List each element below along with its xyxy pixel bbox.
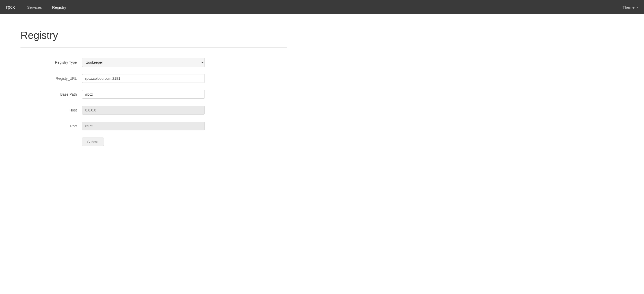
- host-label: Host: [36, 108, 77, 112]
- host-row: Host: [36, 106, 287, 115]
- theme-dropdown[interactable]: Theme ▾: [622, 5, 638, 9]
- registry-type-label: Registry Type: [36, 60, 77, 64]
- registry-type-row: Registry Type zookeeper etcd consul mdns: [36, 58, 287, 67]
- port-input[interactable]: [82, 122, 205, 130]
- nav-links: Services Registry: [23, 3, 622, 12]
- brand-logo[interactable]: rpcx: [6, 5, 15, 10]
- base-path-label: Base Path: [36, 92, 77, 96]
- theme-label: Theme: [622, 5, 635, 9]
- submit-row: Submit: [36, 138, 287, 146]
- host-input[interactable]: [82, 106, 205, 115]
- registry-type-select[interactable]: zookeeper etcd consul mdns: [82, 58, 205, 67]
- nav-registry[interactable]: Registry: [48, 3, 70, 12]
- registry-form: Registry Type zookeeper etcd consul mdns…: [36, 58, 287, 146]
- page-title: Registry: [20, 30, 287, 41]
- chevron-down-icon: ▾: [637, 6, 638, 9]
- registry-url-row: Registy_URL: [36, 74, 287, 83]
- registry-url-input[interactable]: [82, 74, 205, 83]
- main-content: Registry Registry Type zookeeper etcd co…: [0, 14, 307, 162]
- base-path-input[interactable]: [82, 90, 205, 99]
- base-path-row: Base Path: [36, 90, 287, 99]
- navbar: rpcx Services Registry Theme ▾: [0, 0, 644, 14]
- submit-button[interactable]: Submit: [82, 138, 104, 146]
- registry-url-label: Registy_URL: [36, 76, 77, 81]
- navbar-right: Theme ▾: [622, 5, 638, 9]
- port-row: Port: [36, 122, 287, 130]
- port-label: Port: [36, 124, 77, 128]
- page-divider: [20, 47, 287, 48]
- nav-services[interactable]: Services: [23, 3, 46, 12]
